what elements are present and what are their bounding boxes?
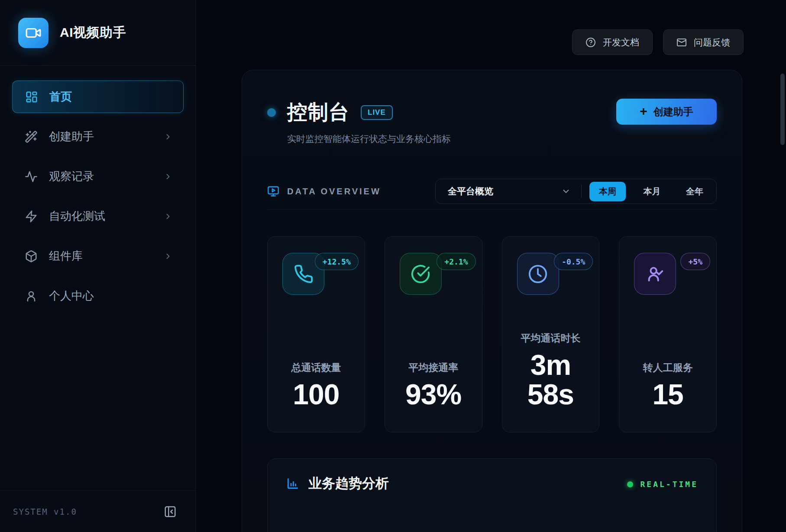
chevron-right-icon (164, 252, 172, 261)
sidebar-header: AI视频助手 (0, 0, 196, 66)
wand-icon (25, 130, 38, 143)
dev-docs-button[interactable]: 开发文档 (572, 29, 653, 55)
chevron-right-icon (164, 132, 172, 141)
sidebar-item-label: 自动化测试 (49, 209, 105, 224)
live-badge: LIVE (361, 105, 393, 120)
app-logo (18, 18, 49, 48)
system-version: SYSTEM v1.0 (13, 507, 77, 516)
mail-icon (676, 37, 687, 48)
feedback-label: 问题反馈 (694, 36, 730, 48)
video-camera-icon (25, 25, 42, 41)
tab-this-week[interactable]: 本周 (589, 182, 626, 201)
status-dot (267, 108, 276, 117)
sidebar-footer: SYSTEM v1.0 (0, 490, 196, 532)
plus-icon: + (640, 105, 647, 118)
monitor-play-icon (267, 185, 279, 197)
sidebar-item-observation-records[interactable]: 观察记录 (12, 160, 184, 193)
sidebar-item-label: 首页 (49, 89, 72, 104)
console-panel: 控制台 LIVE 实时监控智能体运行状态与业务核心指标 + 创建助手 DATA … (242, 70, 742, 532)
scrollbar-thumb[interactable] (780, 74, 785, 145)
stat-cards: +12.5% 总通话数量 100 +2.1% 平均接通率 93% (267, 236, 717, 432)
console-title-block: 控制台 LIVE 实时监控智能体运行状态与业务核心指标 (267, 99, 451, 145)
delta-badge: -0.5% (554, 253, 593, 270)
clock-icon (517, 253, 559, 295)
stat-value: 100 (282, 380, 350, 409)
user-check-icon (634, 253, 676, 295)
platform-select[interactable]: 全平台概览 (436, 185, 581, 197)
dev-docs-label: 开发文档 (603, 36, 639, 48)
platform-select-value: 全平台概览 (448, 185, 493, 197)
create-assistant-button[interactable]: + 创建助手 (616, 99, 717, 125)
stat-value: 3m 58s (517, 350, 585, 409)
data-overview-label: DATA OVERVIEW (287, 187, 381, 197)
console-header: 控制台 LIVE 实时监控智能体运行状态与业务核心指标 + 创建助手 (267, 99, 717, 145)
sidebar-item-label: 个人中心 (49, 288, 94, 303)
stat-label: 平均通话时长 (517, 332, 585, 345)
tab-this-year[interactable]: 全年 (678, 182, 711, 201)
range-tabs: 本周 本月 全年 (582, 182, 716, 201)
tab-this-month[interactable]: 本月 (636, 182, 669, 201)
check-circle-icon (400, 253, 442, 295)
sidebar-item-personal-center[interactable]: 个人中心 (12, 280, 184, 312)
box-icon (25, 250, 38, 263)
chevron-right-icon (164, 212, 172, 221)
delta-badge: +2.1% (437, 253, 475, 270)
chevron-down-icon (561, 187, 571, 196)
sidebar-item-label: 组件库 (49, 248, 83, 264)
bar-chart-icon (286, 477, 300, 490)
realtime-indicator: REAL-TIME (627, 480, 698, 489)
divider (267, 209, 717, 210)
main-area: 开发文档 问题反馈 控制台 LIVE 实时监控智能体运行状态与业务核心指标 + … (196, 0, 786, 532)
app-title: AI视频助手 (60, 24, 126, 42)
zap-icon (25, 210, 38, 223)
sidebar-nav: 首页 创建助手 观察记录 自动化测试 (0, 66, 196, 312)
help-circle-icon (585, 37, 596, 48)
stat-card-answer-rate: +2.1% 平均接通率 93% (385, 236, 482, 432)
sidebar: AI视频助手 首页 创建助手 观察记录 (0, 0, 196, 532)
stat-label: 转人工服务 (634, 361, 702, 374)
stat-card-total-calls: +12.5% 总通话数量 100 (267, 236, 365, 432)
sidebar-collapse-button[interactable] (164, 505, 177, 518)
sidebar-item-label: 创建助手 (49, 129, 94, 144)
topbar: 开发文档 问题反馈 (196, 0, 786, 55)
user-icon (25, 290, 38, 303)
data-overview-heading: DATA OVERVIEW (267, 185, 381, 197)
data-overview-bar: DATA OVERVIEW 全平台概览 本周 本月 全年 (267, 179, 717, 204)
activity-icon (25, 170, 38, 183)
stat-value: 93% (400, 380, 467, 409)
page-title: 控制台 (287, 99, 349, 126)
create-assistant-label: 创建助手 (653, 105, 693, 119)
sidebar-item-create-assistant[interactable]: 创建助手 (12, 120, 184, 153)
overview-controls: 全平台概览 本周 本月 全年 (435, 179, 717, 204)
stat-value: 15 (634, 380, 702, 409)
realtime-label: REAL-TIME (640, 480, 698, 489)
trend-title: 业务趋势分析 (308, 474, 389, 493)
console-subtitle: 实时监控智能体运行状态与业务核心指标 (287, 133, 451, 145)
stat-card-avg-duration: -0.5% 平均通话时长 3m 58s (502, 236, 600, 432)
dashboard-icon (25, 90, 38, 103)
stat-label: 平均接通率 (400, 361, 467, 374)
feedback-button[interactable]: 问题反馈 (663, 29, 744, 55)
sidebar-item-automation-test[interactable]: 自动化测试 (12, 200, 184, 232)
sidebar-item-home[interactable]: 首页 (12, 81, 184, 113)
chevron-right-icon (164, 172, 172, 181)
stat-label: 总通话数量 (282, 361, 350, 374)
delta-badge: +12.5% (315, 253, 359, 270)
sidebar-item-label: 观察记录 (49, 169, 94, 184)
sidebar-item-component-library[interactable]: 组件库 (12, 240, 184, 272)
green-dot-icon (627, 481, 633, 487)
trend-analysis-card: 业务趋势分析 REAL-TIME (267, 458, 717, 532)
delta-badge: +5% (680, 253, 710, 270)
stat-card-human-transfer: +5% 转人工服务 15 (619, 236, 717, 432)
